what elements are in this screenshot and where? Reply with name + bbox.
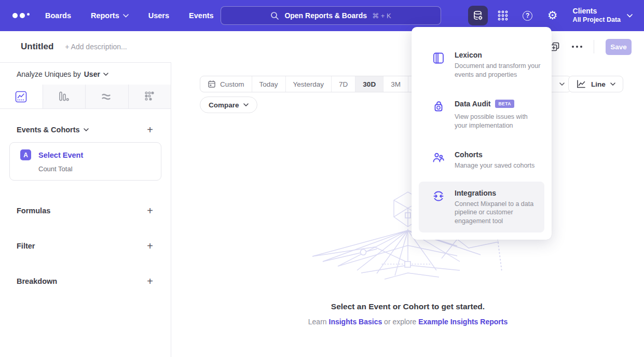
search-shortcut: ⌘ + K — [372, 12, 391, 20]
top-navigation-bar: Boards Reports Users Events Open Reports… — [0, 0, 644, 31]
range-today[interactable]: Today — [252, 76, 286, 92]
nav-events[interactable]: Events — [189, 11, 214, 20]
search-placeholder: Open Reports & Boards — [284, 11, 367, 20]
nav-boards[interactable]: Boards — [45, 11, 71, 20]
scatter-icon — [143, 90, 156, 103]
range-30d[interactable]: 30D — [355, 76, 383, 92]
save-button[interactable]: Save — [606, 39, 632, 55]
chevron-down-icon — [559, 83, 565, 86]
compare-button[interactable]: Compare — [200, 97, 257, 113]
tab-flow-chart[interactable] — [86, 85, 129, 108]
data-management-menu: Lexicon Document and transform your even… — [412, 27, 552, 240]
report-description-placeholder[interactable]: + Add description... — [65, 43, 127, 51]
menu-item-lexicon[interactable]: Lexicon Document and transform your even… — [412, 45, 552, 85]
line-chart-axis-icon — [576, 79, 586, 89]
insights-basics-link[interactable]: Insights Basics — [329, 318, 382, 326]
beta-badge: BETA — [495, 100, 514, 108]
filter-section-label: Filter — [17, 242, 35, 250]
help-icon: ? — [523, 11, 532, 21]
add-event-button[interactable]: + — [147, 125, 153, 135]
add-breakdown-button[interactable]: + — [147, 276, 153, 286]
chevron-down-icon — [627, 14, 633, 18]
main-nav: Boards Reports Users Events — [45, 11, 214, 20]
range-custom[interactable]: Custom — [200, 76, 252, 92]
chevron-down-icon — [610, 83, 615, 86]
event-aggregation-label[interactable]: Count Total — [38, 165, 154, 173]
analyze-label: Analyze Uniques by — [17, 70, 81, 78]
more-options-button[interactable] — [572, 46, 582, 48]
project-name: All Project Data — [573, 16, 621, 24]
visualization-tabs — [0, 85, 171, 109]
mixpanel-logo-icon[interactable] — [12, 13, 30, 19]
data-audit-icon — [432, 100, 445, 130]
tab-line-chart[interactable] — [0, 85, 43, 108]
range-3m[interactable]: 3M — [383, 76, 408, 92]
events-cohorts-header[interactable]: Events & Cohorts — [17, 126, 89, 134]
line-chart-icon — [15, 90, 28, 103]
integrations-icon — [432, 189, 445, 226]
chevron-down-icon — [84, 128, 89, 131]
org-name: Clients — [573, 7, 621, 16]
project-switcher[interactable]: Clients All Project Data — [573, 7, 633, 24]
bar-chart-icon — [58, 90, 70, 103]
chevron-down-icon — [243, 103, 249, 106]
chevron-down-icon — [103, 73, 108, 76]
select-event-label: Select Event — [38, 151, 83, 159]
example-insights-reports-link[interactable]: Example Insights Reports — [418, 318, 508, 326]
header-divider — [594, 40, 594, 53]
search-icon — [270, 11, 279, 20]
cohorts-icon — [432, 150, 445, 170]
range-yesterday[interactable]: Yesterday — [286, 76, 332, 92]
menu-item-cohorts[interactable]: Cohorts Manage your saved cohorts — [412, 144, 552, 176]
data-management-button[interactable] — [468, 6, 488, 25]
range-7d[interactable]: 7D — [332, 76, 355, 92]
apps-grid-icon — [497, 10, 509, 21]
empty-state-subtitle: Learn Insights Basics or explore Example… — [172, 318, 644, 326]
menu-item-data-audit[interactable]: Data Audit BETA View possible issues wit… — [412, 93, 552, 136]
empty-state-title: Select an Event or Cohort to get started… — [172, 302, 644, 311]
event-selector-card[interactable]: A Select Event Count Total — [9, 142, 161, 181]
analyze-by-selector[interactable]: User — [84, 70, 108, 78]
report-canvas: Custom Today Yesterday 7D 30D 3M 6M Comp… — [172, 62, 644, 357]
database-gear-icon — [472, 9, 484, 22]
tab-scatter-chart[interactable] — [129, 85, 171, 108]
report-title[interactable]: Untitled — [21, 42, 53, 52]
lexicon-book-icon — [432, 51, 445, 79]
breakdown-section-label: Breakdown — [17, 277, 57, 285]
formulas-section-label: Formulas — [17, 207, 50, 215]
menu-item-integrations[interactable]: Integrations Connect Mixpanel to a data … — [419, 182, 544, 233]
event-letter-badge: A — [20, 149, 31, 160]
chart-type-selector[interactable]: Line — [568, 76, 623, 92]
global-search-bar[interactable]: Open Reports & Boards ⌘ + K — [221, 6, 441, 25]
tab-bar-chart[interactable] — [43, 85, 86, 108]
query-builder-sidebar: Analyze Uniques by User — [0, 62, 171, 357]
nav-reports[interactable]: Reports — [91, 11, 129, 20]
calendar-icon — [208, 80, 216, 88]
flow-icon — [101, 90, 113, 103]
add-filter-button[interactable]: + — [147, 241, 153, 251]
chevron-down-icon — [123, 14, 129, 18]
gear-icon: ⚙ — [547, 10, 558, 21]
date-range-selector: Custom Today Yesterday 7D 30D 3M 6M — [200, 76, 433, 92]
help-button[interactable]: ? — [518, 6, 538, 25]
settings-button[interactable]: ⚙ — [543, 6, 563, 25]
topbar-actions: ? ⚙ Clients All Project Data — [468, 6, 644, 25]
apps-grid-button[interactable] — [493, 6, 513, 25]
add-formula-button[interactable]: + — [147, 205, 153, 216]
nav-users[interactable]: Users — [148, 11, 169, 20]
